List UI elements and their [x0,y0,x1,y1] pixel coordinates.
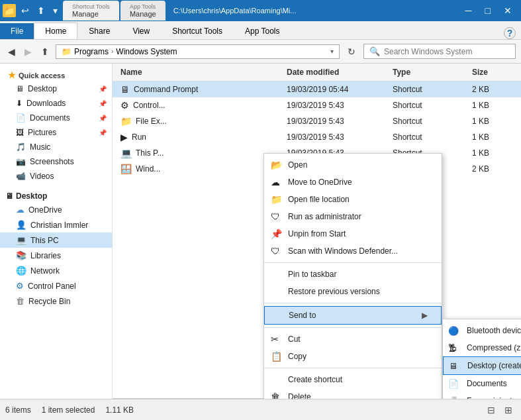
defender-icon: 🛡 [271,246,280,256]
breadcrumb-programs[interactable]: Programs [74,47,109,56]
submenu-item-documents[interactable]: 📄 Documents [443,375,521,392]
tab-view[interactable]: View [121,23,161,39]
sidebar-item-pictures[interactable]: 🖼 Pictures 📌 [0,125,112,140]
file-icon-5: 🪟 [120,164,132,174]
file-name-3: Run [132,132,146,142]
sidebar-item-desktop[interactable]: 🖥 Desktop 📌 [0,81,112,96]
ctx-item-open-location[interactable]: 📁 Open file location [264,191,442,208]
file-name-cell-2: 📁 File Ex... [118,115,284,128]
address-path-box[interactable]: 📁 Programs › Windows System ▾ [56,44,340,59]
ctx-item-create-shortcut[interactable]: Create shortcut [264,371,442,388]
search-box[interactable]: 🔍 [363,44,516,59]
submenu-item-desktop[interactable]: 🖥 Desktop (create shortcut) [443,356,521,375]
qat-properties[interactable]: ⬆ [34,4,48,17]
refresh-button[interactable]: ↻ [344,45,359,58]
file-date-0: 19/03/2019 05:44 [284,83,390,95]
bluetooth-icon: 🔵 [448,326,459,336]
screenshots-icon: 📷 [16,157,26,166]
sidebar-item-documents[interactable]: 📄 Documents 📌 [0,111,112,125]
sidebar-thispc-label: This PC [30,236,59,245]
help-button[interactable]: ? [504,27,516,39]
sidebar-desktop-group[interactable]: 🖥 Desktop [0,187,112,202]
ctx-item-open[interactable]: 📂 Open [264,156,442,174]
file-list-area: Name Date modified Type Size 🖥 Command P… [113,64,521,399]
tab-share[interactable]: Share [77,23,121,39]
sidebar-item-onedrive[interactable]: ☁ OneDrive [0,202,112,217]
status-view-toggle: ⊟ ⊞ [484,403,516,417]
tab-file[interactable]: File [0,23,34,39]
manage-app-label[interactable]: Manage [130,10,156,18]
breadcrumb-windows-system[interactable]: Windows System [116,47,177,56]
sidebar-item-controlpanel[interactable]: ⚙ Control Panel [0,278,112,293]
file-size-0: 2 KB [469,83,516,95]
large-icons-view-button[interactable]: ⊞ [501,403,516,417]
minimize-button[interactable]: ─ [459,0,479,21]
col-date[interactable]: Date modified [284,66,390,78]
tab-shortcut-tools[interactable]: Shortcut Tools [161,23,234,39]
submenu-item-compressed[interactable]: 🗜 Compressed (zipped) folder [443,339,521,356]
table-row[interactable]: ▶ Run 19/03/2019 5:43 Shortcut 1 KB [113,129,521,145]
ctx-item-copy[interactable]: 📋 Copy [264,348,442,365]
ctx-sep-3 [264,327,442,328]
sidebar-cp-label: Control Panel [28,282,76,291]
table-row[interactable]: 🖥 Command Prompt 19/03/2019 05:44 Shortc… [113,81,521,97]
sidebar-quick-access[interactable]: ★ Quick access [0,66,112,81]
sidebar-music-label: Music [30,142,50,152]
col-type[interactable]: Type [390,66,469,78]
ctx-item-delete[interactable]: 🗑 Delete [264,388,442,399]
copy-icon: 📋 [271,351,282,362]
quick-access-label: Quick access [19,72,65,79]
ctx-item-pin-taskbar[interactable]: Pin to taskbar [264,266,442,283]
shortcut-tools-tab[interactable]: Shortcut Tools Manage [63,1,119,21]
forward-button[interactable]: ▶ [22,45,34,58]
submenu-item-fax[interactable]: 📠 Fax recipient [443,392,521,399]
pin-icon: 📌 [271,229,282,239]
item-count: 6 items [5,405,31,415]
ctx-item-run-admin[interactable]: 🛡 Run as administrator [264,208,442,225]
col-name[interactable]: Name [118,66,284,78]
details-view-button[interactable]: ⊟ [484,403,498,417]
ctx-item-send-to[interactable]: Send to ▶ [264,306,442,325]
app-tools-tab[interactable]: App Tools Manage [120,1,166,21]
desktop-shortcut-icon: 🖥 [449,361,457,371]
table-row[interactable]: 📁 File Ex... 19/03/2019 5:43 Shortcut 1 … [113,113,521,129]
sidebar-pictures-label: Pictures [28,128,56,137]
cp-icon: ⚙ [16,281,24,291]
sidebar-item-person[interactable]: 👤 Christian Immler [0,217,112,233]
maximize-button[interactable]: □ [479,0,497,21]
path-folder-icon: 📁 [62,47,71,56]
sidebar-trash-label: Recycle Bin [28,297,70,306]
sidebar-item-downloads[interactable]: ⬇ Downloads 📌 [0,96,112,111]
file-name-5: Wind... [136,164,160,174]
sidebar-item-recyclebin[interactable]: 🗑 Recycle Bin [0,293,112,309]
sidebar-item-screenshots[interactable]: 📷 Screenshots [0,154,112,169]
sidebar-item-libraries[interactable]: 📚 Libraries [0,248,112,263]
up-button[interactable]: ⬆ [38,45,52,58]
col-size[interactable]: Size [469,66,516,78]
tab-app-tools[interactable]: App Tools [234,23,291,39]
qat-dropdown[interactable]: ▾ [50,4,60,17]
search-input[interactable] [384,47,497,56]
sidebar-item-network[interactable]: 🌐 Network [0,263,112,278]
sidebar-network-label: Network [30,266,60,276]
table-row[interactable]: ⚙ Control... 19/03/2019 5:43 Shortcut 1 … [113,97,521,113]
submenu-item-bluetooth[interactable]: 🔵 Bluetooth device [443,322,521,339]
sidebar-item-thispc[interactable]: 💻 This PC [0,233,112,248]
sidebar-item-videos[interactable]: 📹 Videos [0,169,112,184]
ctx-item-move-onedrive[interactable]: ☁ Move to OneDrive [264,174,442,191]
qat-back[interactable]: ↩ [19,4,32,17]
ctx-item-restore-versions[interactable]: Restore previous versions [264,283,442,300]
file-icon-1: ⚙ [120,100,129,111]
sidebar: ★ Quick access 🖥 Desktop 📌 ⬇ Downloads 📌… [0,64,113,399]
sidebar-item-music[interactable]: 🎵 Music [0,140,112,154]
ctx-item-scan[interactable]: 🛡 Scan with Windows Defender... [264,242,442,260]
close-button[interactable]: ✕ [497,0,518,21]
sidebar-documents-label: Documents [30,113,70,123]
ctx-item-cut[interactable]: ✂ Cut [264,331,442,348]
ctx-item-unpin[interactable]: 📌 Unpin from Start [264,225,442,242]
manage-shortcut-label[interactable]: Manage [72,10,110,18]
pin-icon-pictures: 📌 [99,129,107,136]
search-icon: 🔍 [369,46,380,56]
tab-home[interactable]: Home [34,23,77,39]
back-button[interactable]: ◀ [5,45,18,58]
